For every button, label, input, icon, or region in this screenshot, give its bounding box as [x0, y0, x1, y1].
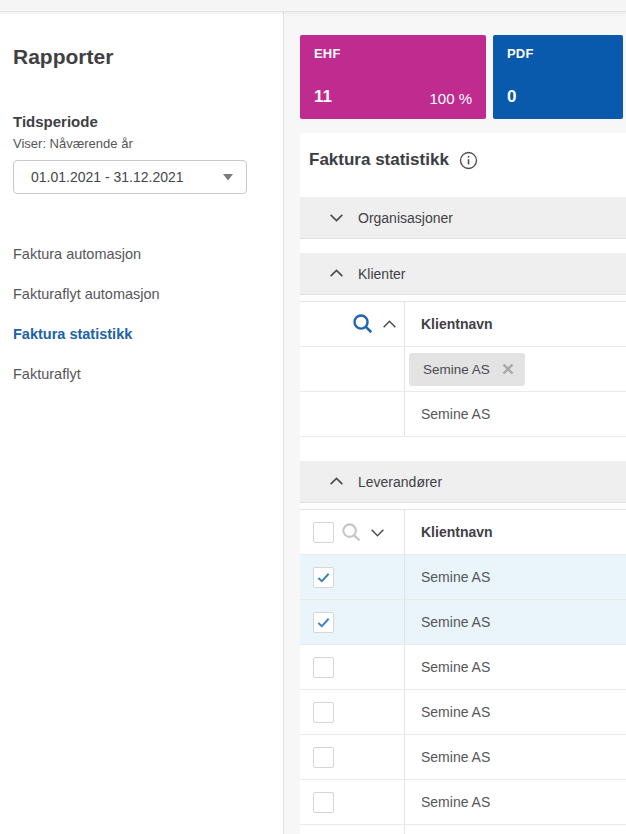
client-name: Semine AS: [405, 780, 626, 824]
table-row[interactable]: Semine AS: [300, 645, 626, 690]
leverandorer-header-row: Klientnavn: [300, 510, 626, 555]
sidebar: Rapporter Tidsperiode Viser: Nåværende å…: [0, 12, 284, 834]
report-menu: Faktura automasjon Fakturaflyt automasjo…: [13, 244, 283, 404]
card-pdf-count: 0: [507, 87, 516, 107]
section-leverandorer-label: Leverandører: [358, 474, 442, 490]
section-organisasjoner-label: Organisasjoner: [358, 210, 453, 226]
klienter-header-row: Klientnavn: [300, 302, 626, 347]
row-checkbox[interactable]: [313, 792, 334, 813]
klienter-table: Klientnavn Semine AS: [300, 301, 626, 437]
sidebar-item-fakturaflyt-automasjon[interactable]: Fakturaflyt automasjon: [13, 284, 283, 324]
table-row[interactable]: Semine AS: [300, 780, 626, 825]
klienter-filter-row: Semine AS: [300, 347, 626, 392]
app-layout: Rapporter Tidsperiode Viser: Nåværende å…: [0, 12, 626, 834]
row-checkbox[interactable]: [313, 567, 334, 588]
stat-cards: EHF 11 100 % PDF 0: [300, 35, 626, 119]
column-header-klientnavn[interactable]: Klientnavn: [405, 510, 626, 554]
search-icon[interactable]: [340, 521, 363, 544]
card-ehf[interactable]: EHF 11 100 %: [300, 35, 486, 119]
client-name: Semine AS: [405, 735, 626, 779]
client-name: Semine AS: [405, 392, 626, 436]
section-organisasjoner[interactable]: Organisasjoner: [300, 197, 626, 239]
chevron-up-icon: [328, 473, 345, 490]
card-ehf-percent: 100 %: [429, 90, 472, 107]
section-leverandorer[interactable]: Leverandører: [300, 461, 626, 503]
row-checkbox[interactable]: [313, 657, 334, 678]
table-row[interactable]: Semine AS: [300, 392, 626, 437]
section-klienter-label: Klienter: [358, 266, 405, 282]
chevron-down-icon: [328, 209, 345, 226]
main-content: EHF 11 100 % PDF 0 Faktura statistikk: [284, 12, 626, 834]
card-pdf-label: PDF: [507, 46, 609, 61]
sidebar-item-faktura-automasjon[interactable]: Faktura automasjon: [13, 244, 283, 284]
page-title: Rapporter: [13, 45, 283, 69]
select-all-checkbox[interactable]: [313, 522, 334, 543]
date-range-value: 01.01.2021 - 31.12.2021: [31, 169, 184, 185]
leverandorer-table: Klientnavn Semine AS Semine AS Semine AS…: [300, 509, 626, 834]
panel-title: Faktura statistikk: [309, 150, 449, 170]
faktura-statistikk-panel: Faktura statistikk Organisasjoner: [300, 133, 626, 834]
row-checkbox[interactable]: [313, 747, 334, 768]
table-row[interactable]: Semine AS: [300, 555, 626, 600]
chevron-up-icon[interactable]: [381, 316, 398, 333]
sidebar-item-faktura-statistikk[interactable]: Faktura statistikk: [13, 324, 283, 364]
card-pdf[interactable]: PDF 0: [493, 35, 623, 119]
table-row[interactable]: Semine AS: [300, 690, 626, 735]
filter-chip-label: Semine AS: [423, 362, 490, 377]
date-range-select[interactable]: 01.01.2021 - 31.12.2021: [13, 160, 247, 194]
chevron-up-icon: [328, 265, 345, 282]
client-name: Semine AS: [405, 825, 626, 834]
remove-filter-icon[interactable]: [502, 363, 514, 375]
column-header-klientnavn[interactable]: Klientnavn: [405, 302, 626, 346]
row-checkbox[interactable]: [313, 612, 334, 633]
card-ehf-label: EHF: [314, 46, 472, 61]
table-row[interactable]: Semine AS: [300, 825, 626, 834]
client-name: Semine AS: [405, 600, 626, 644]
dropdown-caret-icon: [223, 174, 233, 181]
client-name: Semine AS: [405, 645, 626, 689]
search-icon[interactable]: [351, 312, 375, 336]
card-ehf-count: 11: [314, 87, 332, 107]
client-name: Semine AS: [405, 555, 626, 599]
sidebar-item-fakturaflyt[interactable]: Fakturaflyt: [13, 364, 283, 404]
table-row[interactable]: Semine AS: [300, 600, 626, 645]
filter-chip: Semine AS: [409, 353, 525, 386]
info-icon[interactable]: [459, 151, 478, 170]
table-row[interactable]: Semine AS: [300, 735, 626, 780]
tidsperiode-heading: Tidsperiode: [13, 113, 283, 130]
top-strip: [0, 0, 626, 12]
row-checkbox[interactable]: [313, 702, 334, 723]
panel-header: Faktura statistikk: [300, 133, 626, 170]
section-klienter[interactable]: Klienter: [300, 253, 626, 295]
viser-label: Viser: Nåværende år: [13, 136, 283, 151]
chevron-down-icon[interactable]: [369, 524, 386, 541]
client-name: Semine AS: [405, 690, 626, 734]
